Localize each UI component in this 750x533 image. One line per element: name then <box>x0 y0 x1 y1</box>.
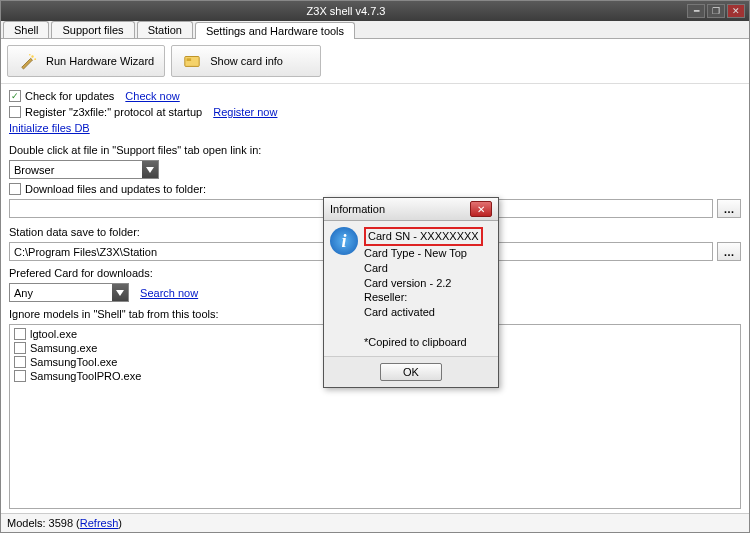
ignore-item-checkbox[interactable] <box>14 356 26 368</box>
svg-point-2 <box>29 54 31 56</box>
register-protocol-checkbox[interactable] <box>9 106 21 118</box>
download-folder-label: Download files and updates to folder: <box>25 183 206 195</box>
card-sn-highlight: Card SN - XXXXXXXX <box>364 227 483 246</box>
dialog-close-button[interactable]: ✕ <box>470 201 492 217</box>
register-protocol-label: Register "z3xfile:" protocol at startup <box>25 106 202 118</box>
double-click-label: Double click at file in "Support files" … <box>9 144 261 156</box>
svg-point-1 <box>34 58 36 60</box>
tab-station[interactable]: Station <box>137 21 193 38</box>
download-folder-checkbox[interactable] <box>9 183 21 195</box>
titlebar: Z3X shell v4.7.3 ━ ❐ ✕ <box>1 1 749 21</box>
window-title: Z3X shell v4.7.3 <box>5 5 687 17</box>
ignore-label: Ignore models in "Shell" tab from this t… <box>9 308 219 320</box>
models-label: Models: <box>7 517 49 529</box>
card-icon <box>182 52 202 70</box>
tab-support-files[interactable]: Support files <box>51 21 134 38</box>
ignore-item-label: Samsung.exe <box>30 342 97 354</box>
check-now-link[interactable]: Check now <box>125 90 179 102</box>
chevron-down-icon <box>142 161 158 178</box>
app-window: Z3X shell v4.7.3 ━ ❐ ✕ Shell Support fil… <box>0 0 750 533</box>
download-folder-browse-button[interactable]: … <box>717 199 741 218</box>
card-activated-line: Card activated <box>364 306 435 318</box>
ignore-item-checkbox[interactable] <box>14 328 26 340</box>
open-in-select[interactable]: Browser <box>9 160 159 179</box>
dialog-titlebar[interactable]: Information ✕ <box>324 198 498 221</box>
svg-rect-3 <box>185 57 199 67</box>
svg-point-0 <box>31 55 33 57</box>
toolbar: Run Hardware Wizard Show card info <box>1 39 749 84</box>
info-icon: i <box>330 227 358 255</box>
initialize-files-link[interactable]: Initialize files DB <box>9 122 90 134</box>
ok-button[interactable]: OK <box>380 363 442 381</box>
ignore-item-label: SamsungToolPRO.exe <box>30 370 141 382</box>
copied-line: *Copired to clipboard <box>364 336 467 348</box>
open-in-value: Browser <box>10 164 142 176</box>
minimize-button[interactable]: ━ <box>687 4 705 18</box>
prefered-card-select[interactable]: Any <box>9 283 129 302</box>
station-save-label: Station data save to folder: <box>9 226 140 238</box>
svg-rect-4 <box>187 58 192 61</box>
prefered-card-value: Any <box>10 287 112 299</box>
tab-shell[interactable]: Shell <box>3 21 49 38</box>
ignore-item-label: SamsungTool.exe <box>30 356 117 368</box>
dialog-title: Information <box>330 203 470 215</box>
chevron-down-icon <box>112 284 128 301</box>
search-now-link[interactable]: Search now <box>140 287 198 299</box>
information-dialog: Information ✕ i Card SN - XXXXXXXX Card … <box>323 197 499 388</box>
check-updates-checkbox[interactable] <box>9 90 21 102</box>
dialog-text: Card SN - XXXXXXXX Card Type - New Top C… <box>364 227 492 350</box>
cardinfo-button-label: Show card info <box>210 55 283 67</box>
maximize-button[interactable]: ❐ <box>707 4 725 18</box>
check-updates-label: Check for updates <box>25 90 114 102</box>
ignore-item-checkbox[interactable] <box>14 342 26 354</box>
register-now-link[interactable]: Register now <box>213 106 277 118</box>
models-count: 3598 <box>49 517 73 529</box>
station-save-browse-button[interactable]: … <box>717 242 741 261</box>
wand-icon <box>18 52 38 70</box>
run-hardware-wizard-button[interactable]: Run Hardware Wizard <box>7 45 165 77</box>
prefered-card-label: Prefered Card for downloads: <box>9 267 153 279</box>
card-version-line: Card version - 2.2 <box>364 277 451 289</box>
show-card-info-button[interactable]: Show card info <box>171 45 321 77</box>
tab-settings[interactable]: Settings and Hardware tools <box>195 22 355 39</box>
tab-bar: Shell Support files Station Settings and… <box>1 21 749 39</box>
statusbar: Models: 3598 (Refresh) <box>1 513 749 532</box>
ignore-item-checkbox[interactable] <box>14 370 26 382</box>
card-type-line: Card Type - New Top Card <box>364 247 467 274</box>
refresh-link[interactable]: Refresh <box>80 517 119 529</box>
ignore-item-label: lgtool.exe <box>30 328 77 340</box>
reseller-line: Reseller: <box>364 291 407 303</box>
wizard-button-label: Run Hardware Wizard <box>46 55 154 67</box>
close-button[interactable]: ✕ <box>727 4 745 18</box>
